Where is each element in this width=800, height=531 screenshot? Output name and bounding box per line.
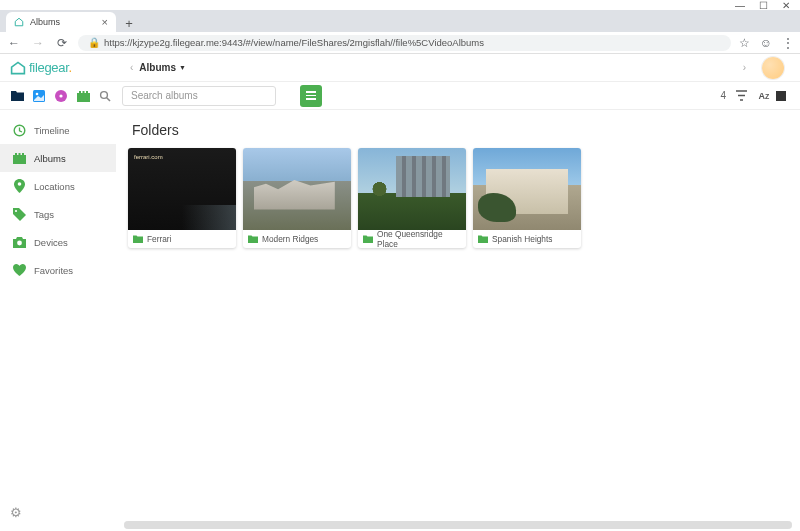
folder-icon (248, 235, 258, 243)
sidebar-item-label: Devices (34, 237, 68, 248)
new-tab-button[interactable]: + (120, 14, 138, 32)
url-text: https://kjzype2g.filegear.me:9443/#/view… (104, 37, 484, 48)
folder-thumbnail (358, 148, 466, 230)
clock-icon (12, 123, 26, 137)
app-body: Timeline Albums Locations Tags Devices F… (0, 110, 800, 531)
folder-thumbnail (473, 148, 581, 230)
camera-icon (12, 235, 26, 249)
svg-point-1 (36, 92, 39, 95)
main-content: Folders Ferrari Modern Ridges One Queens… (116, 110, 800, 531)
window-close[interactable]: ✕ (782, 0, 790, 11)
folder-card[interactable]: Modern Ridges (243, 148, 351, 248)
svg-point-10 (17, 240, 22, 245)
sidebar-item-albums[interactable]: Albums (0, 144, 116, 172)
window-maximize[interactable]: ☐ (759, 0, 768, 11)
folder-icon (133, 235, 143, 243)
sort-icon[interactable]: AZ (756, 91, 772, 101)
lock-icon: 🔒 (88, 37, 100, 48)
sidebar-item-devices[interactable]: Devices (0, 228, 116, 256)
app-toolbar: Search albums 4 AZ (0, 82, 800, 110)
profile-icon[interactable]: ☺ (760, 36, 772, 50)
folders-grid: Ferrari Modern Ridges One Queensridge Pl… (124, 148, 792, 248)
nav-reload-icon[interactable]: ⟳ (54, 36, 70, 50)
sidebar-item-timeline[interactable]: Timeline (0, 116, 116, 144)
music-view-icon[interactable] (52, 87, 70, 105)
folder-card[interactable]: One Queensridge Place (358, 148, 466, 248)
nav-forward-icon[interactable]: → (30, 36, 46, 50)
folder-name: Ferrari (147, 234, 171, 244)
folder-card[interactable]: Ferrari (128, 148, 236, 248)
browser-tab-active[interactable]: Albums × (6, 12, 116, 32)
breadcrumb-back-icon[interactable]: ‹ (124, 62, 139, 73)
sidebar-item-label: Tags (34, 209, 54, 220)
browser-menu-icon[interactable]: ⋮ (782, 36, 794, 50)
tab-title: Albums (30, 17, 60, 27)
location-pin-icon (12, 179, 26, 193)
folder-name: Modern Ridges (262, 234, 318, 244)
window-minimize[interactable]: — (735, 0, 745, 11)
filter-icon[interactable] (736, 90, 752, 101)
photos-view-icon[interactable] (30, 87, 48, 105)
breadcrumb: ‹ Albums ▼ › (124, 54, 762, 81)
svg-line-5 (107, 97, 110, 100)
sidebar-item-label: Favorites (34, 265, 73, 276)
svg-point-8 (17, 182, 21, 186)
folder-card[interactable]: Spanish Heights (473, 148, 581, 248)
window-controls: — ☐ ✕ (0, 0, 800, 10)
tab-favicon-icon (14, 17, 24, 27)
section-title: Folders (132, 122, 792, 138)
breadcrumb-current[interactable]: Albums ▼ (139, 62, 186, 73)
browser-address-bar: ← → ⟳ 🔒 https://kjzype2g.filegear.me:944… (0, 32, 800, 54)
breadcrumb-forward-icon[interactable]: › (737, 62, 752, 73)
horizontal-scrollbar[interactable] (124, 521, 792, 529)
folder-thumbnail (243, 148, 351, 230)
sidebar-footer: ⚙ (0, 493, 116, 531)
folder-icon (363, 235, 373, 243)
avatar[interactable] (762, 57, 784, 79)
sidebar-item-tags[interactable]: Tags (0, 200, 116, 228)
svg-point-9 (14, 209, 16, 211)
menu-button[interactable] (300, 85, 322, 107)
sidebar-item-locations[interactable]: Locations (0, 172, 116, 200)
logo-icon (10, 61, 26, 75)
folder-icon (478, 235, 488, 243)
castle-icon (12, 151, 26, 165)
sidebar: Timeline Albums Locations Tags Devices F… (0, 110, 116, 531)
files-view-icon[interactable] (8, 87, 26, 105)
svg-point-3 (59, 94, 62, 97)
search-input[interactable]: Search albums (122, 86, 276, 106)
bookmark-star-icon[interactable]: ☆ (739, 36, 750, 50)
chevron-down-icon: ▼ (179, 64, 186, 71)
svg-point-4 (101, 91, 108, 98)
gear-icon[interactable]: ⚙ (10, 505, 22, 520)
folder-name: Spanish Heights (492, 234, 552, 244)
grid-view-icon[interactable] (776, 91, 792, 101)
sidebar-item-label: Albums (34, 153, 66, 164)
sidebar-item-favorites[interactable]: Favorites (0, 256, 116, 284)
url-input[interactable]: 🔒 https://kjzype2g.filegear.me:9443/#/vi… (78, 35, 731, 51)
search-icon[interactable] (96, 87, 114, 105)
item-count: 4 (720, 90, 726, 101)
tag-icon (12, 207, 26, 221)
albums-view-icon[interactable] (74, 87, 92, 105)
logo[interactable]: filegear. (0, 60, 124, 75)
browser-tabstrip: Albums × + (0, 10, 800, 32)
nav-back-icon[interactable]: ← (6, 36, 22, 50)
app-header: filegear. ‹ Albums ▼ › (0, 54, 800, 82)
folder-thumbnail (128, 148, 236, 230)
svg-rect-6 (776, 91, 786, 101)
tab-close-icon[interactable]: × (102, 16, 108, 28)
hamburger-icon (306, 91, 316, 100)
folder-name: One Queensridge Place (377, 229, 461, 248)
heart-icon (12, 263, 26, 277)
sidebar-item-label: Locations (34, 181, 75, 192)
logo-text: filegear. (29, 60, 72, 75)
sidebar-item-label: Timeline (34, 125, 70, 136)
